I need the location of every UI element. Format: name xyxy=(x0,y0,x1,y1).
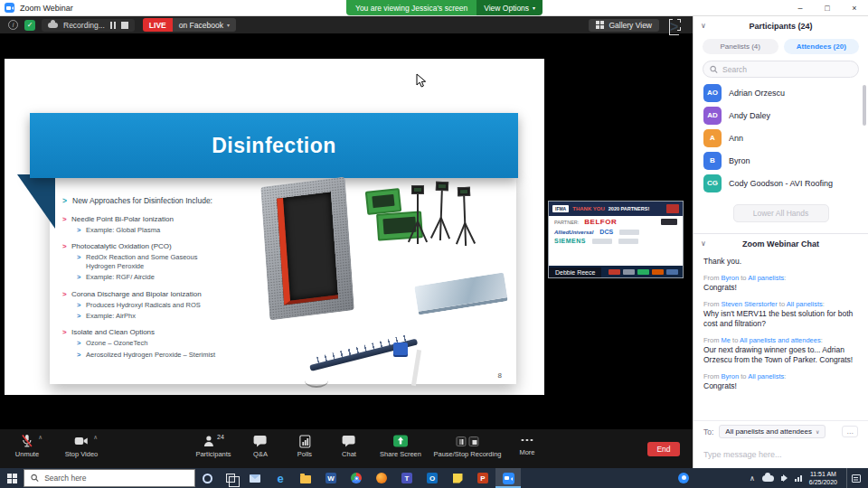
onedrive-icon[interactable] xyxy=(762,475,774,482)
outlook-icon[interactable]: O xyxy=(420,468,445,488)
recipient-dropdown[interactable]: All panelists and attendees∨ xyxy=(719,425,826,438)
maximize-button[interactable]: □ xyxy=(814,0,841,15)
chevron-down-icon: ▾ xyxy=(533,5,535,11)
stop-recording-icon[interactable] xyxy=(469,436,479,446)
partner-logo xyxy=(618,239,638,244)
qa-button[interactable]: Q&A xyxy=(253,434,268,458)
lower-all-hands-button[interactable]: Lower All Hands xyxy=(733,204,829,222)
tab-panelists[interactable]: Panelists (4) xyxy=(703,39,778,54)
mail-icon[interactable] xyxy=(242,468,268,488)
chat-message-input[interactable] xyxy=(703,450,858,459)
partner-logo xyxy=(609,269,620,275)
chat-message-meta: From Steven Stierstorfer to All panelist… xyxy=(703,300,858,308)
taskbar-people-icon[interactable] xyxy=(678,473,689,483)
taskbar-search[interactable] xyxy=(24,469,195,487)
hidden-icons-chevron[interactable]: ∧ xyxy=(750,474,755,483)
slide-bullet: Needle Point Bi-Polar Ionization xyxy=(62,215,266,223)
partner-logo xyxy=(592,239,612,244)
chevron-up-icon[interactable]: ∧ xyxy=(93,434,98,441)
participants-tabs: Panelists (4) Attendees (20) xyxy=(693,36,868,58)
window-title: Zoom Webinar xyxy=(20,4,73,13)
participant-row[interactable]: CG Cody Goodson - AVI Roofing xyxy=(693,172,868,194)
windows-taskbar: e W T O P ∧ 11:51 AM 6/25/2020 xyxy=(0,468,868,488)
chat-message-list[interactable]: Thank you. From Byron to All panelists C… xyxy=(693,254,868,420)
more-button[interactable]: More xyxy=(519,434,534,456)
teams-icon[interactable]: T xyxy=(394,468,420,488)
polls-button[interactable]: Polls xyxy=(297,434,312,458)
participants-title: Participants (24) xyxy=(693,22,868,31)
chat-header: ∨ Zoom Webinar Chat xyxy=(693,234,868,254)
search-input[interactable] xyxy=(722,65,852,74)
powerpoint-icon[interactable]: P xyxy=(470,468,495,488)
sticky-notes-icon[interactable] xyxy=(445,468,470,488)
unmute-button[interactable]: ∧ Unmute xyxy=(15,434,39,458)
meeting-info-bar: i ✓ Recording... LIVE on Facebook▾ Galle… xyxy=(0,16,693,33)
stop-video-button[interactable]: ∧ Stop Video xyxy=(65,434,99,458)
slide-image-tube-device xyxy=(310,328,429,393)
slide-bullet: Isolate and Clean Options xyxy=(62,328,266,336)
chat-more-button[interactable]: ... xyxy=(842,426,858,437)
file-explorer-icon[interactable] xyxy=(293,468,318,488)
firefox-icon[interactable] xyxy=(369,468,394,488)
action-center-button[interactable] xyxy=(846,468,864,488)
collapse-chat-icon[interactable]: ∨ xyxy=(701,240,706,248)
volume-icon[interactable] xyxy=(781,476,784,481)
start-button[interactable] xyxy=(0,468,24,488)
participant-row[interactable]: AD Andy Daley xyxy=(693,104,868,127)
pause-recording-icon[interactable] xyxy=(110,22,116,29)
meeting-info-icon[interactable]: i xyxy=(8,20,18,30)
slide-bullet: Corona Discharge and Bipolar Ionization xyxy=(62,290,266,298)
edge-icon[interactable]: e xyxy=(268,468,293,488)
participants-button[interactable]: 24 Participants xyxy=(195,434,231,458)
chevron-up-icon[interactable]: ∧ xyxy=(38,434,42,441)
network-icon[interactable] xyxy=(795,475,802,482)
slide-intro-bullet: New Approaches for Disinfection Include: xyxy=(62,196,266,205)
participant-row[interactable]: AO Adrian Orzescu xyxy=(693,81,868,104)
pause-recording-icon[interactable] xyxy=(457,436,467,446)
screen-share-banner: You are viewing Jessica's screen View Op… xyxy=(346,0,542,15)
cloud-recording-icon xyxy=(48,23,58,28)
scrollbar[interactable] xyxy=(863,85,866,126)
chat-button[interactable]: Chat xyxy=(342,434,356,458)
taskbar-search-input[interactable] xyxy=(44,474,188,483)
participant-row[interactable]: A Ann xyxy=(693,127,868,149)
chat-message-meta: From Byron to All panelists xyxy=(703,274,858,282)
tab-attendees[interactable]: Attendees (20) xyxy=(784,39,860,54)
windows-logo-icon xyxy=(7,474,17,483)
collapse-participants-icon[interactable]: ∨ xyxy=(701,23,706,30)
allied-universal-logo: AlliedUniversal xyxy=(554,230,593,235)
word-icon[interactable]: W xyxy=(318,468,344,488)
zoom-webinar-window: Zoom Webinar You are viewing Jessica's s… xyxy=(0,0,868,488)
banner-ribbon-fold xyxy=(17,174,55,229)
cortana-button[interactable] xyxy=(195,468,219,488)
qa-bubble-icon xyxy=(254,435,268,448)
live-target-button[interactable]: on Facebook▾ xyxy=(173,18,236,32)
participants-search xyxy=(693,58,868,81)
participant-row[interactable]: B Byron xyxy=(693,149,868,172)
speaker-video-thumbnail[interactable]: IFMA THANK YOU 2020 PARTNERS! PARTNER: B… xyxy=(548,201,684,278)
view-options-button[interactable]: View Options▾ xyxy=(476,0,542,15)
participants-header: ∨ Participants (24) xyxy=(693,16,868,36)
webinar-toolbar: ∧ Unmute ∧ Stop Video 24 Participants Q&… xyxy=(0,429,693,468)
chrome-icon[interactable] xyxy=(344,468,369,488)
chat-message: From Byron to All panelists Congrats! xyxy=(703,372,858,391)
security-shield-icon[interactable]: ✓ xyxy=(24,20,35,31)
task-view-button[interactable] xyxy=(219,468,242,488)
end-meeting-button[interactable]: End xyxy=(647,442,680,456)
minimize-button[interactable]: – xyxy=(787,0,814,15)
partner-logo xyxy=(661,219,677,225)
fullscreen-icon[interactable] xyxy=(669,19,681,31)
stop-recording-icon[interactable] xyxy=(121,22,128,29)
pause-stop-recording-button[interactable]: Pause/Stop Recording xyxy=(433,434,501,458)
share-screen-button[interactable]: Share Screen xyxy=(380,434,421,458)
slide-bullet: Example: AirPhx xyxy=(77,312,220,320)
partner-logo xyxy=(637,269,649,275)
slide-bullet: Aerosolized Hydrogen Peroxide – Sterimis… xyxy=(77,351,220,359)
to-label: To: xyxy=(703,427,713,436)
close-button[interactable]: × xyxy=(841,0,868,15)
zoom-taskbar-icon[interactable] xyxy=(495,468,521,488)
taskbar-clock[interactable]: 11:51 AM 6/25/2020 xyxy=(809,470,837,487)
video-camera-icon xyxy=(74,435,89,447)
gallery-view-button[interactable]: Gallery View xyxy=(589,19,659,32)
thumbnail-header: IFMA THANK YOU 2020 PARTNERS! xyxy=(549,202,683,216)
